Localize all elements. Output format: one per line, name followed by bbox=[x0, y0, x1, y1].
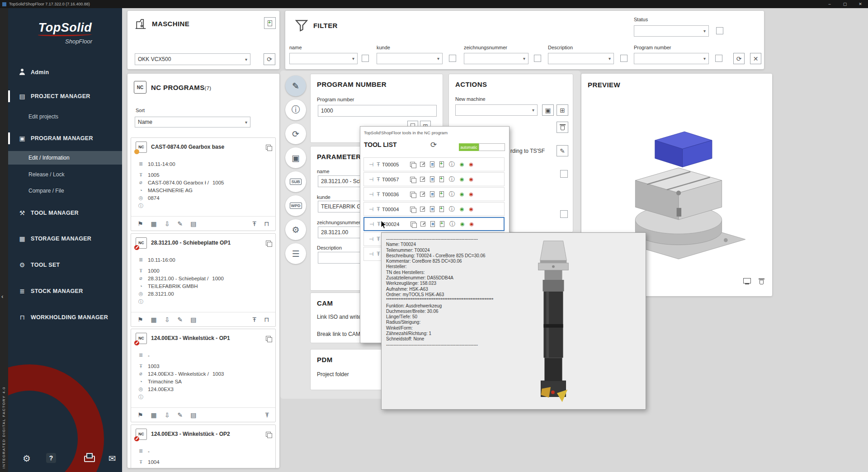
sidebar-item-tool-manager[interactable]: ⚒ TOOL MANAGER bbox=[8, 206, 122, 220]
open-program-icon[interactable] bbox=[266, 336, 271, 341]
tool-info-icon[interactable]: ⓘ bbox=[449, 220, 455, 228]
clipboard-icon[interactable]: ▤ bbox=[190, 411, 196, 419]
add-tool-doc-icon[interactable] bbox=[439, 206, 444, 212]
add-tool-doc-icon[interactable] bbox=[440, 221, 444, 227]
zeichnungsnummer-filter-checkbox[interactable] bbox=[534, 55, 541, 62]
tool-info-icon[interactable]: ⓘ bbox=[449, 190, 455, 198]
status-checkbox[interactable] bbox=[716, 27, 723, 34]
edit-view-button[interactable]: ✎ bbox=[285, 76, 306, 96]
name-filter-select[interactable]: ▾ bbox=[289, 53, 358, 64]
export-tool-icon[interactable] bbox=[420, 222, 425, 227]
download-icon[interactable]: ⇩ bbox=[165, 220, 170, 227]
mail-icon[interactable]: ✉ bbox=[108, 453, 116, 464]
sidebar-item-tool-set[interactable]: ⚙ TOOL SET bbox=[8, 258, 122, 272]
apply-filter-button[interactable]: ⟳ bbox=[733, 53, 745, 64]
minimize-button[interactable]: – bbox=[822, 2, 837, 6]
edit-note-icon[interactable]: ✎ bbox=[178, 411, 183, 419]
toolholder-icon[interactable]: Ŧ bbox=[253, 220, 257, 227]
tool-row[interactable]: ⊣ Ŧ T00005 ⓘ ◉ ◉ bbox=[363, 157, 505, 171]
info-icon[interactable]: ⓘ bbox=[137, 298, 144, 305]
package-icon[interactable]: ▦ bbox=[151, 411, 157, 419]
open-tool-icon[interactable] bbox=[410, 162, 415, 167]
edit-note-icon[interactable]: ✎ bbox=[178, 220, 183, 227]
export-tool-icon[interactable] bbox=[420, 192, 425, 197]
edit-ts-sf-button[interactable]: ✎ bbox=[557, 145, 568, 156]
wpd-button[interactable]: WPD bbox=[285, 195, 306, 216]
package-icon[interactable]: ▦ bbox=[151, 316, 157, 323]
machine-select[interactable]: OKK VCX500 ▾ bbox=[135, 53, 250, 65]
link-tool-icon[interactable]: ◉ bbox=[460, 221, 465, 227]
nc-program-card[interactable]: NC CAST-0874.00 Gearbox base ≣10.11-14:0… bbox=[131, 137, 276, 231]
sidebar-item-storage-manager[interactable]: ▦ STORAGE MANAGER bbox=[8, 231, 122, 246]
new-machine-select[interactable]: ▾ bbox=[455, 104, 538, 116]
export-tool-icon[interactable] bbox=[420, 177, 425, 182]
refresh-machine-button[interactable]: ⟳ bbox=[264, 53, 275, 65]
program-number-filter-checkbox[interactable] bbox=[715, 55, 722, 62]
nc-program-card[interactable]: NC 124.00EX3 - Winkelstück - OP2 ≣- Ŧ100… bbox=[131, 425, 276, 468]
settings-button[interactable]: ⚙ bbox=[285, 219, 306, 240]
kunde-filter-checkbox[interactable] bbox=[449, 55, 456, 62]
export-tool-icon[interactable] bbox=[420, 207, 425, 212]
sidebar-item-project-manager[interactable]: ▤ PROJECT MANAGER bbox=[8, 89, 122, 104]
link-tool-icon[interactable]: ◉ bbox=[460, 206, 464, 212]
clipboard-icon[interactable]: ▤ bbox=[190, 220, 196, 227]
tool-row[interactable]: ⊣ Ŧ T00036 ⓘ ◉ ◉ bbox=[363, 187, 505, 201]
machine-view-button[interactable]: ▣ bbox=[285, 147, 306, 168]
refresh-tools-icon[interactable]: ⟳ bbox=[430, 140, 437, 150]
trash-icon[interactable] bbox=[759, 278, 764, 286]
automatic-toggle[interactable]: automatic bbox=[459, 143, 505, 151]
sidebar-item-compare-file[interactable]: Compare / File bbox=[8, 185, 122, 197]
add-tool-doc-icon[interactable] bbox=[439, 191, 444, 197]
clipboard-icon[interactable]: ▤ bbox=[190, 316, 196, 323]
open-program-icon[interactable] bbox=[266, 432, 271, 437]
sort-select[interactable]: Name ▾ bbox=[135, 117, 250, 127]
secondary-checkbox[interactable] bbox=[560, 210, 568, 218]
kunde-filter-select[interactable]: ▾ bbox=[377, 53, 443, 64]
settings-gear-icon[interactable]: ⚙ bbox=[23, 453, 31, 464]
open-tool-icon[interactable] bbox=[410, 192, 415, 197]
sidebar-item-release-lock[interactable]: Release / Lock bbox=[8, 169, 122, 180]
maximize-button[interactable]: ▢ bbox=[837, 2, 853, 6]
monitor-icon[interactable] bbox=[743, 278, 751, 286]
tool-sheet-icon[interactable] bbox=[430, 206, 434, 212]
info-icon[interactable]: ⓘ bbox=[137, 203, 144, 209]
program-number-input[interactable]: 1000 bbox=[318, 105, 437, 117]
sidebar-item-edit-information[interactable]: Edit / Information bbox=[8, 151, 122, 165]
download-icon[interactable]: ⇩ bbox=[165, 411, 170, 419]
link-tool-icon[interactable]: ◉ bbox=[460, 191, 464, 197]
project-folder-action[interactable]: Project folder bbox=[317, 371, 349, 378]
link-tool-icon[interactable]: ◉ bbox=[460, 176, 464, 182]
zeichnungsnummer-filter-select[interactable]: ▾ bbox=[464, 53, 528, 64]
flag-icon[interactable]: ⚑ bbox=[137, 316, 143, 323]
download-icon[interactable]: ⇩ bbox=[165, 316, 170, 323]
flag-icon[interactable]: ⚑ bbox=[137, 411, 143, 419]
tool-info-icon[interactable]: ⓘ bbox=[449, 205, 455, 213]
edit-note-icon[interactable]: ✎ bbox=[178, 316, 183, 323]
tool-info-icon[interactable]: ⓘ bbox=[449, 175, 455, 184]
vise-icon[interactable]: ⊓ bbox=[264, 220, 269, 227]
assign-machine-button[interactable]: ▣ bbox=[542, 104, 554, 116]
program-number-filter-select[interactable]: ▾ bbox=[634, 53, 709, 64]
collapse-sidebar-icon[interactable]: ‹ bbox=[1, 293, 3, 300]
sidebar-item-edit-projects[interactable]: Edit projects bbox=[8, 111, 122, 123]
nc-program-card[interactable]: NC 28.3121.00 - Schiebeplatte OP1 ≣10.11… bbox=[131, 233, 276, 327]
list-view-button[interactable]: ☰ bbox=[285, 243, 306, 264]
unlink-tool-icon[interactable]: ◉ bbox=[469, 206, 474, 212]
sub-programs-button[interactable]: SUB bbox=[285, 171, 306, 192]
open-tool-icon[interactable] bbox=[410, 222, 415, 227]
unlink-tool-icon[interactable]: ◉ bbox=[469, 191, 474, 197]
new-machine-doc-button[interactable] bbox=[264, 17, 276, 29]
tool-row[interactable]: ⊣ Ŧ T00057 ⓘ ◉ ◉ bbox=[363, 172, 505, 186]
break-link-action[interactable]: Break link to CAM bbox=[317, 331, 360, 337]
export-tool-icon[interactable] bbox=[420, 162, 425, 167]
sidebar-item-program-manager[interactable]: ▣ PROGRAM MANAGER bbox=[8, 131, 122, 146]
open-tool-icon[interactable] bbox=[410, 177, 415, 182]
flag-icon[interactable]: ⚑ bbox=[137, 220, 143, 227]
delete-button[interactable] bbox=[557, 122, 568, 133]
printer-icon[interactable] bbox=[84, 453, 95, 464]
add-tool-doc-icon[interactable] bbox=[439, 161, 444, 167]
help-icon[interactable]: ? bbox=[46, 453, 56, 463]
info-icon[interactable]: ⓘ bbox=[137, 394, 144, 401]
tool-row[interactable]: ⊣ Ŧ T00004 ⓘ ◉ ◉ bbox=[363, 202, 505, 216]
clear-filter-button[interactable]: ✕ bbox=[750, 53, 761, 64]
